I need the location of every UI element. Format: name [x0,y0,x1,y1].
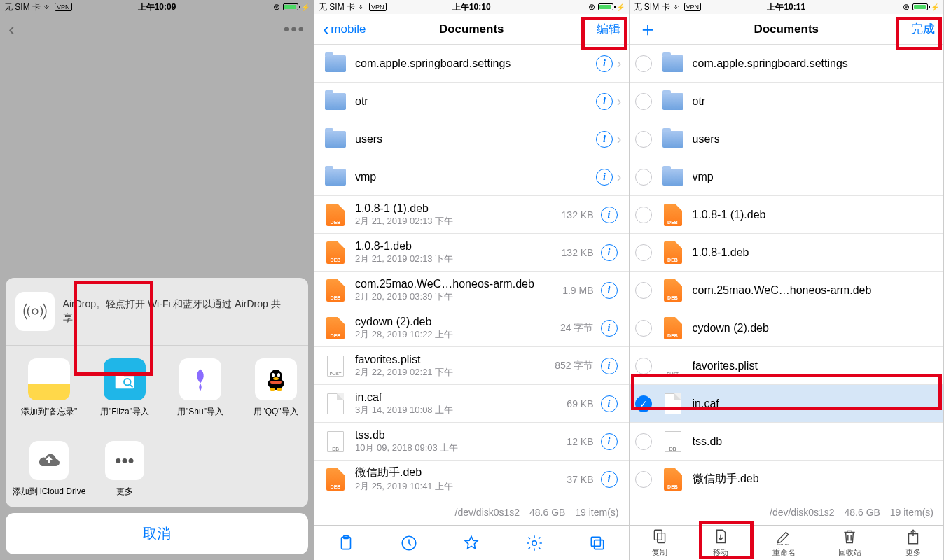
back-button[interactable]: ‹ [8,18,15,41]
deb-icon: DEB [664,317,682,340]
list-item[interactable]: DBtss.db10月 09, 2018 09:03 上午12 KBi [314,423,629,461]
more-button[interactable]: ••• [284,20,305,39]
footer-free[interactable]: 48.6 GB [845,507,880,518]
tb-settings[interactable] [525,534,543,552]
carrier-text: 无 SIM 卡 [634,1,670,13]
info-button[interactable]: i [596,93,613,110]
list-item[interactable]: DEB1.0.8-1 (1).deb [630,196,944,234]
list-item[interactable]: DEB1.0.8-1.deb [630,234,944,272]
list-item[interactable]: users [630,120,944,158]
footer-disk[interactable]: /dev/disk0s1s2 [455,507,520,518]
file-list[interactable]: com.apple.springboard.settingsi›otri›use… [314,45,629,500]
footer-disk[interactable]: /dev/disk0s1s2 [770,507,835,518]
select-checkbox[interactable] [635,471,652,488]
back-button[interactable]: ‹ mobile [323,18,366,41]
select-checkbox[interactable] [635,55,652,72]
file-size: 37 KB [567,474,593,485]
tb-tabs[interactable] [588,534,606,552]
file-date: 2月 21, 2019 02:13 下午 [355,253,562,265]
info-button[interactable]: i [601,244,618,261]
info-button[interactable]: i [601,282,618,299]
db-icon: DB [665,431,681,452]
info-button[interactable]: i [596,169,613,186]
info-button[interactable]: i [601,358,618,374]
tb-rename[interactable]: 重命名 [772,528,796,558]
list-item[interactable]: com.apple.springboard.settingsi› [314,45,629,83]
list-item[interactable]: ✓in.caf [630,385,944,423]
tb-favorites[interactable] [462,534,480,552]
share-shu[interactable]: 用"Shu"导入 [162,358,238,418]
action-more[interactable]: ••• 更多 [87,441,162,498]
list-item[interactable]: DEBcom.25mao.WeC…honeos-arm.deb2月 20, 20… [314,272,629,309]
svg-point-0 [32,309,38,314]
list-item[interactable]: DEBcydown (2).deb2月 28, 2019 10:22 上午24 … [314,309,629,347]
svg-point-7 [273,377,279,380]
select-checkbox[interactable] [635,320,652,337]
list-item[interactable]: otr [630,83,944,120]
tb-copy[interactable]: 复制 [651,528,669,558]
select-checkbox[interactable] [635,358,652,374]
folder-icon [662,93,683,110]
file-name: com.25mao.WeC…honeos-arm.deb [355,278,562,290]
deb-icon: DEB [664,204,682,226]
info-button[interactable]: i [601,320,618,337]
list-item[interactable]: com.apple.springboard.settings [630,45,944,83]
footer-count[interactable]: 19 item(s) [890,507,933,518]
vpn-badge: VPN [55,3,72,11]
select-checkbox[interactable] [635,282,652,299]
list-item[interactable]: otri› [314,83,629,120]
select-checkbox[interactable]: ✓ [635,396,652,412]
list-item[interactable]: DEBcom.25mao.WeC…honeos-arm.deb [630,272,944,309]
list-item[interactable]: vmp [630,158,944,196]
list-item[interactable]: DEB1.0.8-1.deb2月 21, 2019 02:13 下午132 KB… [314,234,629,272]
info-button[interactable]: i [601,396,618,412]
list-item[interactable]: DEB1.0.8-1 (1).deb2月 21, 2019 02:13 下午13… [314,196,629,234]
tb-trash[interactable]: 回收站 [838,528,861,558]
filza-icon [104,358,146,400]
file-date: 2月 20, 2019 03:39 下午 [355,290,562,303]
deb-icon: DEB [326,279,345,302]
tb-more[interactable]: 更多 [904,528,922,558]
list-item[interactable]: DEBcydown (2).deb [630,309,944,347]
select-checkbox[interactable] [635,131,652,148]
select-checkbox[interactable] [635,433,652,450]
share-filza[interactable]: 用"Filza"导入 [87,358,162,418]
file-name: favorites.plist [355,354,555,366]
action-label: 更多 [116,486,133,498]
info-button[interactable]: i [596,55,613,72]
airdrop-row[interactable]: AirDrop。轻点打开 Wi-Fi 和蓝牙以通过 AirDrop 共享。 [6,278,308,346]
list-item[interactable]: in.caf3月 14, 2019 10:08 上午69 KBi [314,385,629,423]
list-item[interactable]: PLISTfavorites.plist [630,347,944,385]
footer-count[interactable]: 19 item(s) [575,507,618,518]
tb-clipboard[interactable] [337,534,355,552]
list-item[interactable]: vmpi› [314,158,629,196]
edit-button[interactable]: 编辑 [597,21,620,37]
wifi-icon: ᯤ [43,2,52,12]
share-label: 用"QQ"导入 [254,406,298,418]
select-checkbox[interactable] [635,244,652,261]
tb-move[interactable]: 移动 [712,528,730,558]
list-item[interactable]: DEB微信助手.deb2月 25, 2019 10:41 上午37 KBi [314,461,629,498]
list-item[interactable]: PLISTfavorites.plist2月 22, 2019 02:21 下午… [314,347,629,385]
footer-free[interactable]: 48.6 GB [529,507,565,518]
list-item[interactable]: usersi› [314,120,629,158]
list-item[interactable]: DEB微信助手.deb [630,461,944,498]
tb-recent[interactable] [400,534,418,552]
action-icloud[interactable]: 添加到 iCloud Drive [11,441,87,498]
add-button[interactable]: ＋ [638,16,658,43]
select-checkbox[interactable] [635,93,652,110]
info-button[interactable]: i [596,131,613,148]
share-qq[interactable]: 用"QQ"导入 [238,358,308,418]
list-item[interactable]: DBtss.db [630,423,944,461]
info-button[interactable]: i [601,471,618,488]
info-button[interactable]: i [601,433,618,450]
cancel-button[interactable]: 取消 [6,513,308,554]
select-checkbox[interactable] [635,206,652,223]
done-button[interactable]: 完成 [911,21,935,37]
share-notes[interactable]: 添加到"备忘录" [11,358,87,418]
select-checkbox[interactable] [635,169,652,186]
file-list[interactable]: com.apple.springboard.settingsotrusersvm… [630,45,944,500]
file-size: 69 KB [567,398,593,410]
chevron-right-icon: › [617,131,622,147]
info-button[interactable]: i [601,206,618,223]
